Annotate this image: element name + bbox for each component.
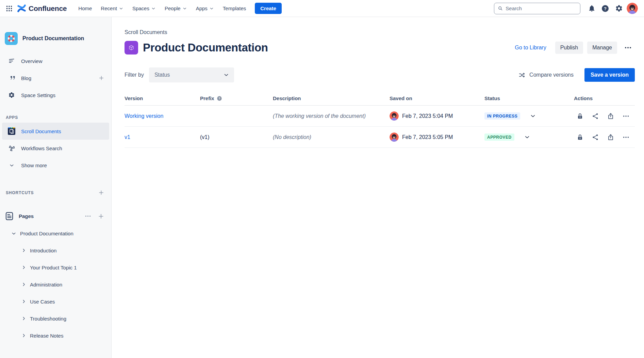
pages-section-header[interactable]: Pages xyxy=(0,212,111,221)
description-value: (The working version of the document) xyxy=(273,113,390,119)
compare-icon xyxy=(518,72,526,79)
logo-wordmark: Confluence xyxy=(29,4,67,13)
sidebar-item-scroll-documents[interactable]: Scroll Documents xyxy=(2,123,109,140)
notification-bell-icon xyxy=(588,4,596,12)
chevron-right-icon[interactable] xyxy=(21,282,27,287)
share-icon xyxy=(592,134,599,141)
nav-apps[interactable]: Apps xyxy=(193,3,217,14)
main-content: Scroll Documents Product Documentation G… xyxy=(112,17,644,358)
help-icon: ? xyxy=(601,4,609,13)
column-description: Description xyxy=(273,95,390,101)
settings-button[interactable] xyxy=(613,3,625,14)
nav-recent[interactable]: Recent xyxy=(97,3,127,14)
chevron-right-icon[interactable] xyxy=(21,333,27,338)
svg-text:?: ? xyxy=(218,97,220,100)
version-link[interactable]: v1 xyxy=(125,134,130,140)
status-chevron-down-icon[interactable] xyxy=(524,134,530,140)
space-name: Product Documentation xyxy=(22,35,84,42)
chevron-right-icon[interactable] xyxy=(21,299,27,304)
nav-home[interactable]: Home xyxy=(75,3,95,14)
tree-item-label: Introduction xyxy=(30,248,56,253)
prefix-help-icon[interactable]: ? xyxy=(217,96,222,101)
share-button[interactable] xyxy=(589,110,601,122)
nav-templates[interactable]: Templates xyxy=(219,3,249,14)
share-icon xyxy=(592,112,599,120)
lock-icon xyxy=(576,112,584,120)
lock-button[interactable] xyxy=(574,131,586,143)
gear-icon xyxy=(7,92,16,98)
chevron-down-icon xyxy=(223,72,229,78)
chevron-right-icon[interactable] xyxy=(21,265,27,270)
export-button[interactable] xyxy=(605,110,617,122)
tree-item[interactable]: Administration xyxy=(0,276,111,293)
publish-button[interactable]: Publish xyxy=(555,42,583,54)
confluence-logo-icon xyxy=(17,4,26,13)
chevron-down-icon xyxy=(151,6,156,11)
tree-item[interactable]: Introduction xyxy=(0,242,111,259)
description-value: (No description) xyxy=(273,134,390,140)
pages-more-icon[interactable] xyxy=(84,213,92,220)
nav-people[interactable]: People xyxy=(161,3,191,14)
prefix-value: (v1) xyxy=(200,134,273,140)
lock-icon xyxy=(576,134,584,141)
page-header: Product Documentation Go to Library Publ… xyxy=(125,41,635,55)
help-button[interactable]: ? xyxy=(599,3,611,14)
tree-item[interactable]: Troubleshooting xyxy=(0,310,111,327)
save-a-version-button[interactable]: Save a version xyxy=(584,68,635,82)
page-header-actions: Go to Library Publish Manage xyxy=(515,42,635,54)
export-icon xyxy=(607,134,614,141)
tree-item[interactable]: Use Cases xyxy=(0,293,111,310)
create-button[interactable]: Create xyxy=(255,3,282,14)
chevron-down-icon xyxy=(182,6,187,11)
breadcrumb[interactable]: Scroll Documents xyxy=(125,29,635,35)
workflows-icon xyxy=(7,145,16,152)
add-shortcut-icon[interactable] xyxy=(98,189,104,196)
pages-icon xyxy=(5,212,14,221)
chevron-right-icon[interactable] xyxy=(21,316,27,321)
row-more-button[interactable] xyxy=(620,110,632,122)
search-input[interactable] xyxy=(506,5,577,11)
top-navigation: Confluence Home Recent Spaces People App… xyxy=(0,0,644,17)
page-more-button[interactable] xyxy=(621,42,635,54)
lock-button[interactable] xyxy=(574,110,586,122)
tree-item-root[interactable]: Product Documentation xyxy=(0,225,111,242)
notifications-button[interactable] xyxy=(586,3,597,14)
compare-versions-button[interactable]: Compare versions xyxy=(516,69,576,81)
space-header[interactable]: Product Documentation xyxy=(0,32,111,45)
nav-spaces[interactable]: Spaces xyxy=(129,3,159,14)
chevron-right-icon[interactable] xyxy=(21,248,27,253)
sidebar-item-overview[interactable]: Overview xyxy=(0,52,111,69)
chevron-down-icon xyxy=(7,162,16,168)
tree-item[interactable]: Your Product Topic 1 xyxy=(0,259,111,276)
tree-item[interactable]: Release Notes xyxy=(0,327,111,344)
add-page-icon[interactable] xyxy=(98,213,104,220)
status-chevron-down-icon[interactable] xyxy=(530,113,536,119)
chevron-down-icon[interactable] xyxy=(11,231,17,236)
app-switcher-button[interactable] xyxy=(3,3,15,14)
chevron-down-icon xyxy=(119,6,123,11)
gear-icon xyxy=(615,4,623,12)
go-to-library-link[interactable]: Go to Library xyxy=(515,45,546,51)
sidebar-item-blog[interactable]: Blog xyxy=(0,69,111,87)
add-blog-icon[interactable] xyxy=(98,75,104,81)
row-more-button[interactable] xyxy=(620,131,632,143)
sidebar-item-space-settings[interactable]: Space Settings xyxy=(0,87,111,104)
status-filter-dropdown[interactable]: Status xyxy=(149,67,234,82)
sidebar-show-more[interactable]: Show more xyxy=(0,157,111,174)
manage-button[interactable]: Manage xyxy=(587,42,617,54)
saved-on-value: Feb 7, 2023 5:05 PM xyxy=(402,134,453,140)
pages-label: Pages xyxy=(19,213,80,219)
user-avatar-button[interactable] xyxy=(627,3,638,14)
share-button[interactable] xyxy=(589,131,601,143)
app-grid-icon xyxy=(5,5,13,12)
global-search[interactable] xyxy=(494,3,580,14)
export-button[interactable] xyxy=(605,131,617,143)
sidebar-item-workflows-search[interactable]: Workflows Search xyxy=(0,140,111,157)
user-avatar xyxy=(627,3,638,14)
confluence-logo[interactable]: Confluence xyxy=(17,4,67,13)
page-tree: Product Documentation Introduction Your … xyxy=(0,225,111,344)
version-link[interactable]: Working version xyxy=(125,113,163,119)
apps-section-header: APPS xyxy=(0,115,111,120)
table-row: Working version (The working version of … xyxy=(125,106,635,127)
column-actions: Actions xyxy=(574,95,635,101)
